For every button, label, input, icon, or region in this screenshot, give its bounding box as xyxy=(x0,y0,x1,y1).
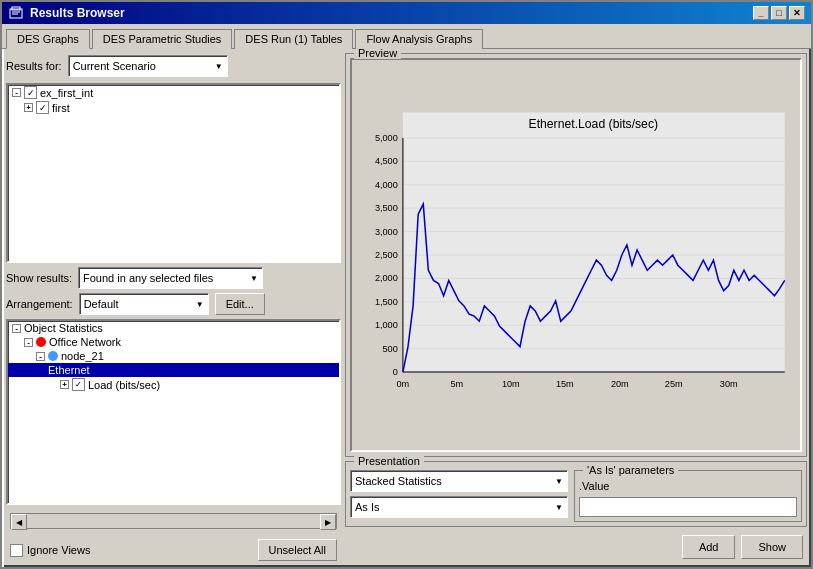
title-bar-left: Results Browser xyxy=(8,5,125,21)
stats-item-office-network[interactable]: - Office Network xyxy=(8,335,339,349)
stats-label-load: Load (bits/sec) xyxy=(88,379,160,391)
arrangement-arrow-icon: ▼ xyxy=(196,300,204,309)
svg-text:15m: 15m xyxy=(556,379,574,389)
svg-text:0m: 0m xyxy=(397,379,410,389)
app-icon xyxy=(8,5,24,21)
tree-label-ex-first-int: ex_first_int xyxy=(40,87,93,99)
ignore-views-row: Ignore Views xyxy=(10,539,90,561)
expand-node21-icon[interactable]: - xyxy=(36,352,45,361)
checkbox-ex-first-int[interactable]: ✓ xyxy=(24,86,37,99)
chart-area: Ethernet.Load (bits/sec) xyxy=(350,58,802,452)
arrangement-row: Arrangement: Default ▼ Edit... xyxy=(6,293,341,315)
left-panel: Results for: Current Scenario ▼ - ✓ ex_f… xyxy=(6,53,341,563)
main-content: Results for: Current Scenario ▼ - ✓ ex_f… xyxy=(2,49,811,567)
tree-item-ex-first-int[interactable]: - ✓ ex_first_int xyxy=(8,85,339,100)
value-label: .Value xyxy=(579,480,609,492)
edit-button[interactable]: Edit... xyxy=(215,293,265,315)
show-button[interactable]: Show xyxy=(741,535,803,559)
stats-item-load[interactable]: + ✓ Load (bits/sec) xyxy=(8,377,339,392)
stats-item-ethernet[interactable]: Ethernet xyxy=(8,363,339,377)
value-input[interactable] xyxy=(579,497,797,517)
title-bar-buttons: _ □ ✕ xyxy=(753,6,805,20)
horizontal-scrollbar[interactable]: ◀ ▶ xyxy=(10,513,337,529)
dot-red-office-network xyxy=(36,337,46,347)
pres-type-arrow-icon: ▼ xyxy=(555,477,563,486)
expand-icon-first[interactable]: + xyxy=(24,103,33,112)
presentation-type-dropdown[interactable]: Stacked Statistics ▼ xyxy=(350,470,568,492)
presentation-group-label: Presentation xyxy=(354,455,424,467)
svg-text:10m: 10m xyxy=(502,379,520,389)
stats-item-object-statistics[interactable]: - Object Statistics xyxy=(8,321,339,335)
stats-tree-box: - Object Statistics - Office Network - n… xyxy=(6,319,341,505)
arrangement-dropdown[interactable]: Default ▼ xyxy=(79,293,209,315)
dot-blue-node21 xyxy=(48,351,58,361)
results-for-row: Results for: Current Scenario ▼ xyxy=(6,53,341,79)
svg-text:5m: 5m xyxy=(451,379,464,389)
scroll-right-btn[interactable]: ▶ xyxy=(320,514,336,530)
as-is-params-box: 'As Is' parameters .Value xyxy=(574,470,802,522)
tab-des-graphs[interactable]: DES Graphs xyxy=(6,29,90,49)
expand-icon[interactable]: - xyxy=(12,88,21,97)
svg-text:1,500: 1,500 xyxy=(375,297,398,307)
svg-text:5,000: 5,000 xyxy=(375,133,398,143)
tab-flow-analysis[interactable]: Flow Analysis Graphs xyxy=(355,29,483,49)
scroll-track xyxy=(27,514,320,528)
results-for-label: Results for: xyxy=(6,60,62,72)
checkbox-load[interactable]: ✓ xyxy=(72,378,85,391)
ignore-views-checkbox[interactable] xyxy=(10,544,23,557)
presentation-group: Presentation Stacked Statistics ▼ As Is … xyxy=(345,461,807,527)
preview-group-label: Preview xyxy=(354,49,401,59)
show-results-label: Show results: xyxy=(6,272,72,284)
maximize-button[interactable]: □ xyxy=(771,6,787,20)
tab-des-parametric[interactable]: DES Parametric Studies xyxy=(92,29,233,49)
dropdown-arrow-icon: ▼ xyxy=(215,62,223,71)
window-title: Results Browser xyxy=(30,6,125,20)
svg-text:25m: 25m xyxy=(665,379,683,389)
minimize-button[interactable]: _ xyxy=(753,6,769,20)
tree-label-first: first xyxy=(52,102,70,114)
close-button[interactable]: ✕ xyxy=(789,6,805,20)
arrangement-label: Arrangement: xyxy=(6,298,73,310)
presentation-mode-dropdown[interactable]: As Is ▼ xyxy=(350,496,568,518)
chart-title: Ethernet.Load (bits/sec) xyxy=(529,117,659,131)
expand-object-statistics-icon[interactable]: - xyxy=(12,324,21,333)
file-tree-box: - ✓ ex_first_int + ✓ first xyxy=(6,83,341,263)
results-for-dropdown[interactable]: Current Scenario ▼ xyxy=(68,55,228,77)
main-window: Results Browser _ □ ✕ DES Graphs DES Par… xyxy=(0,0,813,569)
stats-label-office-network: Office Network xyxy=(49,336,121,348)
chart-svg: Ethernet.Load (bits/sec) xyxy=(352,60,800,450)
right-panel: Preview Ethernet.Load (bits/sec) xyxy=(345,53,807,563)
stats-label-node21: node_21 xyxy=(61,350,104,362)
tree-item-first[interactable]: + ✓ first xyxy=(8,100,339,115)
show-results-row: Show results: Found in any selected file… xyxy=(6,267,341,289)
ignore-views-label: Ignore Views xyxy=(27,544,90,556)
tab-des-run[interactable]: DES Run (1) Tables xyxy=(234,29,353,49)
scroll-left-btn[interactable]: ◀ xyxy=(11,514,27,530)
svg-text:2,500: 2,500 xyxy=(375,250,398,260)
presentation-left: Stacked Statistics ▼ As Is ▼ xyxy=(350,470,568,522)
svg-text:500: 500 xyxy=(383,344,398,354)
svg-text:3,500: 3,500 xyxy=(375,203,398,213)
svg-text:3,000: 3,000 xyxy=(375,227,398,237)
unselect-all-button[interactable]: Unselect All xyxy=(258,539,337,561)
title-bar: Results Browser _ □ ✕ xyxy=(2,2,811,24)
show-results-dropdown[interactable]: Found in any selected files ▼ xyxy=(78,267,263,289)
svg-text:4,500: 4,500 xyxy=(375,156,398,166)
stats-label-object-statistics: Object Statistics xyxy=(24,322,103,334)
checkbox-first[interactable]: ✓ xyxy=(36,101,49,114)
show-results-arrow-icon: ▼ xyxy=(250,274,258,283)
as-is-label: 'As Is' parameters xyxy=(583,464,678,476)
tab-bar: DES Graphs DES Parametric Studies DES Ru… xyxy=(2,24,811,48)
presentation-row: Stacked Statistics ▼ As Is ▼ 'As Is' par… xyxy=(350,470,802,522)
add-button[interactable]: Add xyxy=(682,535,736,559)
expand-office-network-icon[interactable]: - xyxy=(24,338,33,347)
svg-text:0: 0 xyxy=(393,367,398,377)
stats-item-node21[interactable]: - node_21 xyxy=(8,349,339,363)
bottom-row-left: ◀ ▶ xyxy=(6,509,341,533)
svg-rect-5 xyxy=(403,112,785,372)
pres-mode-arrow-icon: ▼ xyxy=(555,503,563,512)
expand-load-icon[interactable]: + xyxy=(60,380,69,389)
svg-text:1,000: 1,000 xyxy=(375,320,398,330)
svg-text:4,000: 4,000 xyxy=(375,180,398,190)
svg-text:30m: 30m xyxy=(720,379,738,389)
